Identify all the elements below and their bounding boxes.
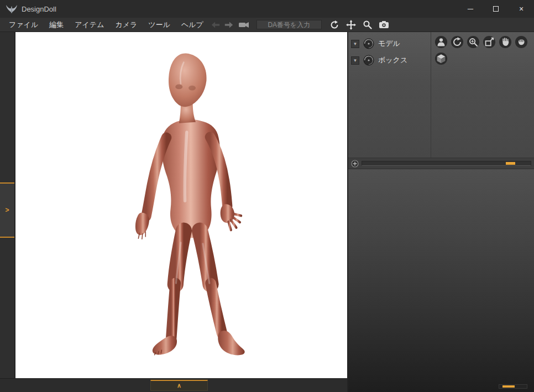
scrollbar-handle[interactable] <box>506 162 515 165</box>
minimize-button[interactable]: ─ <box>458 0 483 18</box>
screenshot-button[interactable] <box>378 19 391 31</box>
hand-tool-button[interactable] <box>498 35 512 49</box>
left-side-strip: > <box>0 32 15 378</box>
menu-item-camera[interactable]: カメラ <box>109 18 143 32</box>
redo-forward-button[interactable] <box>223 19 235 30</box>
back-arrow-icon <box>211 21 221 29</box>
orbit-tool-button[interactable] <box>450 35 464 49</box>
hand-icon <box>499 35 512 49</box>
model-dropdown-button[interactable]: ▼ <box>351 40 359 48</box>
timeline-scroll-row <box>348 158 534 169</box>
tree-label-box: ボックス <box>378 55 407 65</box>
menu-item-help[interactable]: ヘルプ <box>176 18 209 32</box>
maximize-button[interactable] <box>483 0 509 18</box>
bottom-scrollbar-handle[interactable] <box>502 385 515 388</box>
webcam-icon <box>238 21 249 29</box>
properties-panel <box>348 169 534 392</box>
frame-target-button[interactable] <box>482 35 496 49</box>
expand-timeline-button[interactable]: ∧ <box>150 380 208 391</box>
grab-tool-button[interactable] <box>514 35 528 49</box>
magnifier-icon <box>363 20 373 30</box>
bottom-scrollbar[interactable] <box>499 384 527 389</box>
doll-icon <box>434 35 448 49</box>
fist-icon <box>515 35 528 49</box>
designdoll-logo-icon <box>6 4 18 14</box>
da-number-input[interactable] <box>256 20 322 29</box>
scene-tree-section: ▼ モデル ▼ <box>348 32 534 158</box>
panel-toolbar <box>431 32 534 158</box>
menu-item-item[interactable]: アイテム <box>69 18 109 32</box>
sphere-gizmo-icon <box>363 54 375 66</box>
scene-tree: ▼ モデル ▼ <box>348 32 431 158</box>
viewport-canvas[interactable] <box>15 32 347 378</box>
box-dropdown-button[interactable]: ▼ <box>351 56 359 65</box>
pan-view-button[interactable] <box>344 19 358 31</box>
box-primitive-button[interactable] <box>434 51 448 66</box>
zoom-view-button[interactable] <box>361 19 374 31</box>
camera-icon <box>379 20 389 29</box>
menu-item-file[interactable]: ファイル <box>3 18 44 32</box>
tree-row-model[interactable]: ▼ モデル <box>348 35 431 52</box>
side-panel-tab[interactable]: > <box>0 182 14 238</box>
webcam-capture-button[interactable] <box>237 19 250 31</box>
rotate-icon <box>329 20 339 30</box>
zoom-tool-button[interactable] <box>466 35 480 49</box>
rotate-view-button[interactable] <box>328 19 341 31</box>
tree-label-model: モデル <box>378 39 400 49</box>
forward-arrow-icon <box>224 21 234 29</box>
menubar: ファイル 編集 アイテム カメラ ツール ヘルプ <box>0 18 534 32</box>
window-title: DesignDoll <box>22 5 56 13</box>
orbit-icon <box>451 35 464 49</box>
move-icon <box>346 20 356 30</box>
app-window: DesignDoll ─ × ファイル 編集 アイテム カメラ ツール ヘルプ <box>0 0 534 392</box>
sphere-gizmo-icon <box>363 38 375 50</box>
titlebar: DesignDoll ─ × <box>0 0 534 18</box>
zoom-plus-icon <box>467 35 480 49</box>
tree-row-box[interactable]: ▼ ボックス <box>348 52 431 69</box>
doll-render <box>15 32 347 378</box>
right-panel: ▼ モデル ▼ <box>347 32 534 392</box>
undo-back-button[interactable] <box>210 19 222 30</box>
main-area: > <box>0 32 534 392</box>
menu-item-tools[interactable]: ツール <box>143 18 176 32</box>
viewport-column: > <box>0 32 347 392</box>
close-button[interactable]: × <box>509 0 534 18</box>
doll-mode-button[interactable] <box>434 35 448 49</box>
viewport-bottom-bar: ∧ <box>0 378 347 392</box>
menu-item-edit[interactable]: 編集 <box>44 18 69 32</box>
maximize-icon <box>493 6 499 12</box>
target-box-icon <box>483 35 496 49</box>
horizontal-scrollbar[interactable] <box>362 161 531 166</box>
cube-icon <box>434 52 448 65</box>
add-circle-icon[interactable] <box>351 160 359 168</box>
